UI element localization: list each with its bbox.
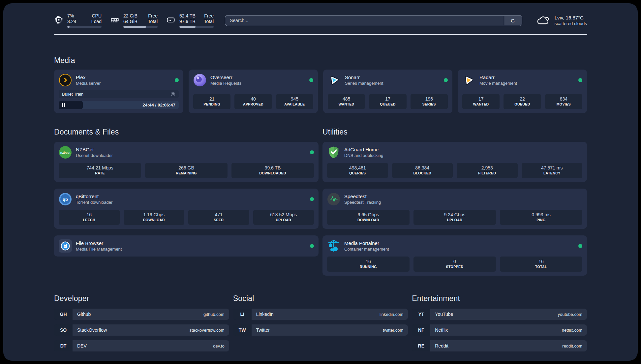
search-input[interactable] xyxy=(225,15,522,26)
link-abbr: SO xyxy=(54,324,73,336)
app-subtitle: Media Requests xyxy=(210,80,241,86)
memory-total-label: Total xyxy=(148,19,158,24)
stat-queued: 17QUEUED xyxy=(369,94,406,109)
app-title: Overseerr xyxy=(210,74,241,80)
memory-free-label: Free xyxy=(148,13,158,19)
cloud-icon xyxy=(536,15,550,26)
card-plex[interactable]: Plex Media server Bullet Train xyxy=(54,70,183,113)
stat-approved: 40APPROVED xyxy=(234,94,272,109)
app-subtitle: Movie management xyxy=(479,80,517,86)
app-subtitle: Usenet downloader xyxy=(76,153,113,158)
link-youtube[interactable]: YT YouTubeyoutube.com xyxy=(412,309,587,320)
links-grid: Developer GH Githubgithub.com SO StackOv… xyxy=(54,278,587,351)
system-stats: 7%CPU 3.24Load xyxy=(54,13,214,28)
developer-links: Developer GH Githubgithub.com SO StackOv… xyxy=(54,278,229,351)
utilities-column: Utilities AdGuard Home xyxy=(322,114,587,276)
stat-stopped: 0STOPPED xyxy=(413,257,496,272)
app-title: File Browser xyxy=(76,240,122,246)
card-nzbget[interactable]: nzbget NZBGet Usenet downloader 744.21 M… xyxy=(54,142,319,182)
card-portainer[interactable]: Media Portainer Container management 16R… xyxy=(322,235,587,276)
disk-icon xyxy=(166,15,175,24)
card-filebrowser[interactable]: File Browser Media File Management xyxy=(54,235,319,257)
link-url: youtube.com xyxy=(558,312,582,317)
link-name: StackOverflow xyxy=(77,327,107,333)
card-qbittorrent[interactable]: qb qBittorrent Torrent downloader 16LEEC… xyxy=(54,189,319,229)
app-title: Speedtest xyxy=(344,193,381,199)
stat-upload: 9.24 GbpsUPLOAD xyxy=(413,210,496,225)
status-dot xyxy=(310,244,314,248)
link-url: netflix.com xyxy=(562,328,582,333)
storage-free-label: Free xyxy=(204,13,214,19)
link-github[interactable]: GH Githubgithub.com xyxy=(54,309,229,320)
link-abbr: DT xyxy=(54,340,73,351)
status-dot xyxy=(310,150,314,154)
link-twitter[interactable]: TW Twittertwitter.com xyxy=(233,324,408,336)
link-netflix[interactable]: NF Netflixnetflix.com xyxy=(412,324,587,336)
app-title: Media Portainer xyxy=(344,240,389,246)
status-dot xyxy=(578,244,582,248)
link-linkedin[interactable]: LI LinkedInlinkedin.com xyxy=(233,309,408,320)
storage-total-label: Total xyxy=(204,19,214,24)
link-url: dev.to xyxy=(213,344,224,349)
section-title-entertainment: Entertainment xyxy=(412,294,587,303)
stat-movies: 834MOVIES xyxy=(545,94,582,109)
link-dev[interactable]: DT DEVdev.to xyxy=(54,340,229,351)
link-abbr: GH xyxy=(54,309,73,320)
load-label: Load xyxy=(91,19,102,24)
cpu-icon xyxy=(54,15,63,24)
app-subtitle: Torrent downloader xyxy=(76,199,112,205)
adguard-icon xyxy=(327,146,340,159)
dashboard: 7%CPU 3.24Load xyxy=(3,3,638,361)
link-name: Github xyxy=(77,312,91,317)
status-dot xyxy=(175,78,179,82)
card-adguard[interactable]: AdGuard Home DNS and adblocking 498,461Q… xyxy=(322,142,587,182)
stat-pending: 21PENDING xyxy=(193,94,230,109)
link-abbr: TW xyxy=(233,324,252,336)
link-name: Reddit xyxy=(435,343,448,349)
search-engine-button[interactable]: G xyxy=(504,16,522,25)
svg-text:nzbget: nzbget xyxy=(60,151,71,154)
app-title: Radarr xyxy=(479,74,517,80)
cpu-label: CPU xyxy=(92,13,102,19)
stat-series: 196SERIES xyxy=(411,94,448,109)
section-title-utilities: Utilities xyxy=(322,128,587,136)
radarr-icon xyxy=(462,74,475,87)
app-title: AdGuard Home xyxy=(344,146,383,153)
memory-progress-fill xyxy=(123,26,146,28)
app-subtitle: Media File Management xyxy=(76,246,122,252)
link-name: Netflix xyxy=(435,327,448,333)
card-overseerr[interactable]: Overseerr Media Requests 21PENDING 40APP… xyxy=(189,70,318,113)
stat-latency: 47.571 msLATENCY xyxy=(522,163,583,178)
cpu-progress-bar xyxy=(67,26,102,28)
link-stackoverflow[interactable]: SO StackOverflowstackoverflow.com xyxy=(54,324,229,336)
cpu-load-value: 3.24 xyxy=(67,19,76,24)
filebrowser-icon xyxy=(59,239,72,253)
app-title: qBittorrent xyxy=(76,193,112,199)
card-sonarr[interactable]: Sonarr Series management 485WANTED 17QUE… xyxy=(323,70,452,113)
portainer-icon xyxy=(327,239,340,253)
link-abbr: RE xyxy=(412,340,430,351)
memory-progress-bar xyxy=(123,26,158,28)
status-dot xyxy=(310,197,314,201)
link-name: LinkedIn xyxy=(256,312,274,317)
card-speedtest[interactable]: Speedtest Speedtest Tracking 9.65 GbpsDO… xyxy=(322,189,587,229)
section-title-media: Media xyxy=(54,56,587,65)
cpu-usage-value: 7% xyxy=(67,13,74,19)
weather-location: Lviv, 16.87°C xyxy=(555,15,587,21)
memory-stat: 22 GiBFree 64 GiBTotal xyxy=(110,13,158,28)
stat-blocked: 86,384BLOCKED xyxy=(392,163,453,178)
stat-wanted: 17WANTED xyxy=(462,94,500,109)
storage-total-value: 97.9 TB xyxy=(179,19,196,24)
app-subtitle: Media server xyxy=(76,80,101,86)
app-subtitle: Speedtest Tracking xyxy=(344,199,381,205)
status-dot xyxy=(309,78,313,82)
speedtest-icon xyxy=(327,193,340,206)
card-radarr[interactable]: Radarr Movie management 17WANTED 22QUEUE… xyxy=(458,70,587,113)
link-url: stackoverflow.com xyxy=(189,328,224,333)
stat-available: 945AVAILABLE xyxy=(276,94,313,109)
link-reddit[interactable]: RE Redditreddit.com xyxy=(412,340,587,351)
nzbget-icon: nzbget xyxy=(59,146,72,159)
link-name: YouTube xyxy=(435,312,453,317)
now-playing-row: Bullet Train xyxy=(59,90,179,98)
ram-icon xyxy=(110,15,119,24)
